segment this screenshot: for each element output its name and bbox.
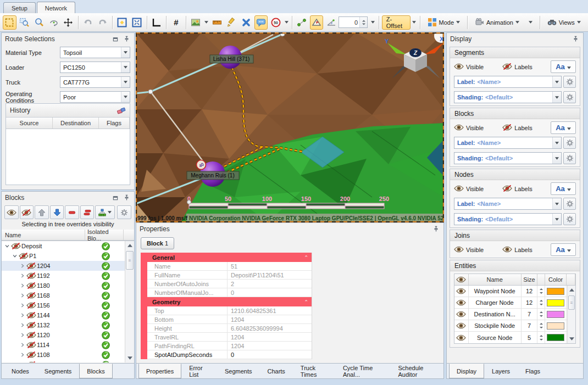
tree-item[interactable]: 1108 (2, 350, 134, 360)
eye-off-icon[interactable] (26, 332, 37, 338)
tab-truck-times[interactable]: Truck Times (293, 364, 335, 378)
tab-nodes[interactable]: Nodes (4, 364, 37, 378)
isolated-check-icon[interactable] (102, 272, 110, 280)
label-select[interactable]: Label:<Name> (454, 76, 562, 88)
history-col-destination[interactable]: Destination (53, 118, 99, 129)
size-stepper[interactable] (537, 332, 545, 343)
shading-select[interactable]: Shading:<Default> (454, 152, 562, 164)
flag-tool-icon[interactable] (310, 15, 324, 30)
draw-icon[interactable] (225, 15, 238, 30)
labels-icon[interactable] (254, 15, 268, 30)
property-row[interactable]: Name51 (147, 262, 312, 271)
labels-toggle[interactable]: Labels (502, 63, 532, 71)
blocks-settings-gear-icon[interactable] (117, 205, 131, 219)
segment-tool-icon[interactable] (295, 15, 309, 30)
property-row[interactable]: NumberOfAutoJoins2 (147, 280, 312, 288)
color-swatch[interactable] (547, 322, 564, 330)
isolated-check-icon[interactable] (102, 282, 110, 290)
blocks-col-name[interactable]: Name (2, 230, 85, 240)
loader-select[interactable]: PC1250 (60, 62, 130, 73)
scroll-up-icon[interactable] (125, 241, 134, 250)
entities-col-color[interactable]: Color (545, 274, 567, 285)
operating-conditions-select[interactable]: Poor (60, 91, 130, 103)
chevron-right-icon[interactable] (19, 352, 26, 358)
size-stepper[interactable] (537, 320, 545, 331)
labels-toggle[interactable]: Labels (502, 246, 532, 254)
tree-item[interactable]: 1204 (2, 261, 134, 271)
gear-icon[interactable] (563, 213, 576, 225)
chevron-down-icon[interactable] (552, 137, 561, 148)
tab-charts[interactable]: Charts (259, 364, 292, 378)
tree-item[interactable]: 1132 (2, 320, 134, 330)
scroll-down-icon[interactable] (568, 334, 575, 343)
chevron-right-icon[interactable] (19, 313, 26, 318)
eye-off-icon[interactable] (10, 243, 21, 249)
gear-icon[interactable] (563, 152, 576, 164)
label-select[interactable]: Label:<Name> (454, 137, 562, 149)
entity-row[interactable]: Stockpile Node 7 (454, 320, 575, 332)
visible-toggle[interactable]: Visible (454, 246, 484, 254)
undo-icon[interactable] (81, 15, 95, 30)
isolated-check-icon[interactable] (102, 242, 110, 250)
chevron-right-icon[interactable] (19, 283, 26, 288)
shading-select[interactable]: Shading:<Default> (454, 213, 562, 225)
offset-dropdown-icon[interactable] (370, 15, 376, 30)
pin-icon[interactable] (431, 225, 440, 233)
collapse-icon[interactable]: ⌃ (304, 299, 308, 305)
eye-off-icon[interactable] (26, 292, 37, 299)
gear-icon[interactable] (563, 76, 576, 88)
visible-toggle[interactable]: Visible (454, 124, 484, 132)
visible-toggle[interactable]: Visible (454, 63, 484, 71)
eye-off-icon[interactable] (26, 342, 37, 348)
eye-icon[interactable] (454, 297, 469, 308)
chevron-right-icon[interactable] (19, 342, 26, 348)
eye-off-icon[interactable] (26, 351, 37, 358)
block-1-tab[interactable]: Block1 (141, 237, 174, 249)
eye-off-icon[interactable] (26, 282, 37, 289)
property-row[interactable]: TravelRL1204 (147, 333, 312, 342)
orbit-icon[interactable] (47, 15, 60, 30)
shading-select[interactable]: Shading:<Default> (454, 91, 562, 103)
isolated-check-icon[interactable] (102, 292, 110, 300)
speed-limit-icon[interactable]: 50 (269, 15, 282, 30)
chevron-down-icon[interactable] (121, 77, 130, 87)
size-stepper[interactable] (537, 297, 545, 308)
eye-off-icon[interactable] (18, 253, 29, 259)
chevron-down-icon[interactable] (121, 62, 130, 72)
zoom-window-icon[interactable] (18, 15, 31, 30)
pin-icon[interactable] (122, 194, 131, 202)
restore-icon[interactable] (111, 194, 120, 202)
image-dropdown-icon[interactable] (203, 15, 210, 30)
mode-button[interactable]: Mode (423, 15, 465, 30)
size-stepper[interactable] (537, 286, 545, 297)
eye-icon[interactable] (454, 286, 469, 297)
property-row[interactable]: FullNameDeposit\P1\1204\51 (147, 271, 312, 280)
isolated-check-icon[interactable] (102, 351, 110, 359)
remove-icon[interactable] (65, 205, 79, 219)
scroll-down-icon[interactable] (125, 354, 134, 362)
tab-properties[interactable]: Properties (138, 364, 181, 378)
isolated-check-icon[interactable] (102, 331, 110, 339)
tab-flags[interactable]: Flags (518, 364, 548, 378)
offset-spinner[interactable] (359, 17, 367, 27)
z-offset-button[interactable]: Z-Offset (382, 15, 411, 30)
font-button[interactable]: Aa (551, 182, 576, 195)
chevron-down-icon[interactable] (121, 92, 130, 102)
eye-off-icon[interactable] (26, 322, 37, 328)
entity-row[interactable]: Source Node 5 (454, 332, 575, 343)
eye-icon[interactable] (454, 332, 469, 343)
chevron-right-icon[interactable] (19, 263, 26, 269)
eye-off-icon[interactable] (26, 272, 37, 279)
font-button[interactable]: Aa (551, 243, 576, 256)
tree-item[interactable]: 1180 (2, 281, 134, 291)
scroll-up-icon[interactable] (568, 286, 575, 294)
chevron-down-icon[interactable] (552, 153, 561, 164)
entity-row[interactable]: Waypoint Node 12 (454, 286, 575, 297)
toolbar-overflow-icon[interactable] (528, 15, 534, 30)
show-all-eye-icon[interactable] (4, 205, 19, 219)
font-button[interactable]: Aa (551, 121, 576, 134)
tree-item[interactable]: 1144 (2, 310, 134, 320)
tree-item[interactable]: 1102 (2, 360, 134, 362)
eraser-icon[interactable] (117, 107, 126, 114)
tab-setup[interactable]: Setup (3, 2, 36, 13)
